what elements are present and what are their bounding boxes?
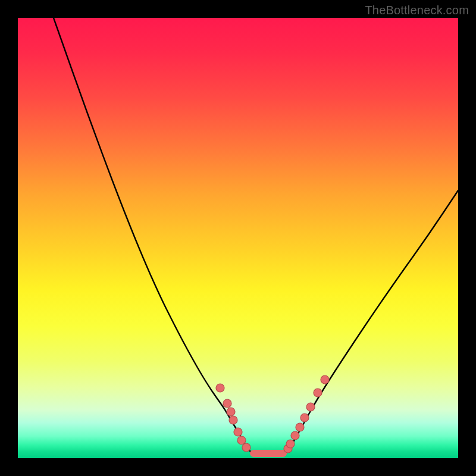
- plot-area: [18, 18, 458, 458]
- marker-dot-right: [300, 414, 309, 422]
- valley-band: [250, 450, 287, 457]
- marker-dot-left: [242, 443, 250, 452]
- marker-dot-right: [286, 440, 295, 448]
- marker-dot-right: [306, 403, 315, 411]
- marker-dot-right: [321, 375, 329, 384]
- curve-layer: [18, 18, 458, 458]
- marker-dot-right: [291, 431, 299, 440]
- marker-dot-right: [314, 389, 322, 397]
- marker-dot-left: [223, 399, 231, 408]
- marker-dot-left: [229, 416, 237, 424]
- marker-dot-right: [296, 423, 304, 431]
- series-right-curve: [284, 190, 458, 453]
- marker-dot-left: [237, 436, 246, 444]
- marker-dot-left: [216, 384, 224, 392]
- chart-frame: TheBottleneck.com: [0, 0, 476, 476]
- watermark-text: TheBottleneck.com: [365, 4, 469, 17]
- marker-dot-left: [234, 428, 242, 436]
- marker-dot-left: [227, 408, 235, 416]
